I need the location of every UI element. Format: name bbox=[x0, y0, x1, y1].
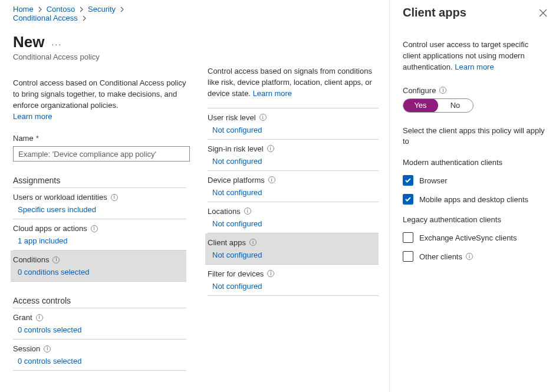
breadcrumb-conditional-access[interactable]: Conditional Access bbox=[13, 14, 78, 22]
client-apps-panel: Client apps Control user access to targe… bbox=[389, 0, 559, 392]
conditions-value[interactable]: 0 conditions selected bbox=[18, 268, 186, 276]
info-icon[interactable]: i bbox=[91, 225, 98, 232]
select-apps-text: Select the client apps this policy will … bbox=[403, 126, 547, 148]
device-platforms-value[interactable]: Not configured bbox=[212, 188, 379, 197]
info-icon[interactable]: i bbox=[111, 194, 118, 201]
client-apps-label: Client apps bbox=[208, 238, 246, 247]
more-icon[interactable]: ··· bbox=[51, 40, 62, 48]
mobile-desktop-checkbox[interactable] bbox=[403, 194, 413, 205]
info-icon[interactable]: i bbox=[439, 87, 446, 94]
conditions-item[interactable]: Conditions i 0 conditions selected bbox=[11, 251, 186, 282]
info-icon[interactable]: i bbox=[244, 207, 251, 215]
access-controls-section: Access controls bbox=[13, 296, 186, 305]
info-icon[interactable]: i bbox=[249, 239, 257, 246]
other-clients-label: Other clients i bbox=[419, 252, 473, 261]
session-value[interactable]: 0 controls selected bbox=[18, 357, 186, 365]
toggle-yes[interactable]: Yes bbox=[403, 98, 438, 113]
legacy-auth-group: Legacy authentication clients bbox=[403, 215, 547, 224]
signin-risk-item[interactable]: Sign-in risk level i Not configured bbox=[208, 140, 379, 171]
toggle-no[interactable]: No bbox=[438, 99, 473, 112]
eas-checkbox[interactable] bbox=[403, 232, 413, 243]
panel-title: Client apps bbox=[403, 6, 466, 19]
user-risk-item[interactable]: User risk level i Not configured bbox=[208, 108, 379, 140]
configure-label: Configure bbox=[403, 86, 436, 95]
filter-devices-item[interactable]: Filter for devices i Not configured bbox=[208, 265, 379, 296]
required-indicator: * bbox=[36, 134, 39, 143]
cloud-apps-value[interactable]: 1 app included bbox=[18, 236, 186, 245]
client-apps-value[interactable]: Not configured bbox=[212, 251, 379, 259]
session-label: Session bbox=[13, 344, 40, 353]
signin-risk-value[interactable]: Not configured bbox=[212, 157, 379, 166]
left-description: Control access based on Conditional Acce… bbox=[13, 78, 186, 110]
user-risk-value[interactable]: Not configured bbox=[212, 126, 379, 134]
policy-name-input[interactable] bbox=[13, 146, 190, 162]
info-icon[interactable]: i bbox=[268, 176, 275, 183]
info-icon[interactable]: i bbox=[259, 114, 267, 121]
grant-label: Grant bbox=[13, 313, 32, 322]
browser-label: Browser bbox=[419, 176, 448, 185]
chevron-right-icon bbox=[37, 6, 43, 12]
info-icon[interactable]: i bbox=[267, 145, 274, 152]
info-icon[interactable]: i bbox=[36, 314, 43, 321]
breadcrumb: Home Contoso Security Conditional Access bbox=[13, 5, 186, 22]
grant-value[interactable]: 0 controls selected bbox=[18, 325, 186, 334]
users-item[interactable]: Users or workload identities i Specific … bbox=[13, 188, 186, 219]
info-icon[interactable]: i bbox=[44, 345, 51, 353]
cloud-apps-item[interactable]: Cloud apps or actions i 1 app included bbox=[13, 219, 186, 251]
users-label: Users or workload identities bbox=[13, 193, 107, 202]
other-clients-checkbox[interactable] bbox=[403, 251, 413, 262]
mobile-desktop-label: Mobile apps and desktop clients bbox=[419, 195, 528, 204]
breadcrumb-home[interactable]: Home bbox=[13, 5, 34, 14]
grant-item[interactable]: Grant i 0 controls selected bbox=[13, 308, 186, 340]
locations-label: Locations bbox=[208, 207, 241, 216]
info-icon[interactable]: i bbox=[267, 270, 274, 277]
configure-toggle[interactable]: Yes No bbox=[403, 98, 473, 113]
signin-risk-label: Sign-in risk level bbox=[208, 144, 264, 153]
locations-value[interactable]: Not configured bbox=[212, 219, 379, 228]
chevron-right-icon bbox=[78, 6, 84, 12]
info-icon[interactable]: i bbox=[466, 253, 473, 260]
page-title: New bbox=[13, 33, 44, 51]
conditions-label: Conditions bbox=[13, 255, 49, 264]
device-platforms-label: Device platforms bbox=[208, 176, 265, 185]
locations-item[interactable]: Locations i Not configured bbox=[208, 202, 379, 233]
info-icon[interactable]: i bbox=[52, 256, 60, 263]
users-value[interactable]: Specific users included bbox=[18, 205, 186, 214]
chevron-right-icon bbox=[81, 15, 87, 21]
browser-checkbox[interactable] bbox=[403, 175, 413, 186]
learn-more-link[interactable]: Learn more bbox=[13, 112, 52, 121]
filter-devices-value[interactable]: Not configured bbox=[212, 282, 379, 291]
breadcrumb-security[interactable]: Security bbox=[88, 5, 116, 14]
eas-label: Exchange ActiveSync clients bbox=[419, 233, 517, 242]
device-platforms-item[interactable]: Device platforms i Not configured bbox=[208, 171, 379, 202]
chevron-right-icon bbox=[119, 6, 125, 12]
name-label: Name bbox=[13, 134, 34, 143]
client-apps-item[interactable]: Client apps i Not configured bbox=[205, 233, 379, 265]
filter-devices-label: Filter for devices bbox=[208, 269, 264, 278]
close-icon[interactable] bbox=[539, 9, 547, 17]
learn-more-link[interactable]: Learn more bbox=[455, 62, 494, 71]
assignments-section: Assignments bbox=[13, 176, 186, 185]
modern-auth-group: Modern authentication clients bbox=[403, 158, 547, 167]
breadcrumb-contoso[interactable]: Contoso bbox=[47, 5, 75, 14]
cloud-apps-label: Cloud apps or actions bbox=[13, 224, 87, 233]
user-risk-label: User risk level bbox=[208, 113, 256, 122]
learn-more-link[interactable]: Learn more bbox=[253, 89, 292, 98]
page-subtitle: Conditional Access policy bbox=[13, 52, 186, 61]
session-item[interactable]: Session i 0 controls selected bbox=[13, 340, 186, 371]
